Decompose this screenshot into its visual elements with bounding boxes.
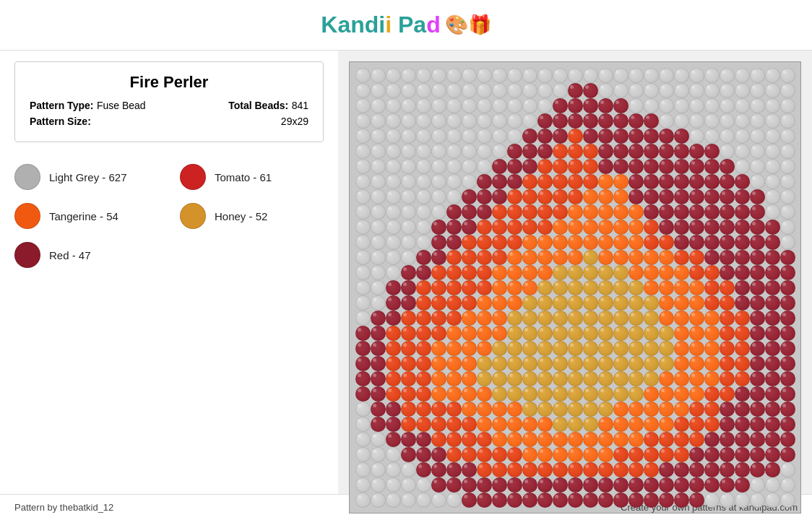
bead-cell <box>598 83 613 98</box>
bead-cell <box>780 174 795 189</box>
bead-cell <box>386 174 401 189</box>
bead-cell <box>416 204 431 220</box>
bead-cell <box>750 280 765 295</box>
bead-cell <box>355 174 371 189</box>
bead-cell <box>416 144 431 159</box>
bead-cell <box>780 402 795 417</box>
bead-cell <box>659 280 674 295</box>
bead-cell <box>431 280 446 295</box>
bead-cell <box>674 174 689 189</box>
bead-cell <box>446 129 462 144</box>
bead-cell <box>720 250 735 265</box>
bead-cell <box>629 129 644 144</box>
bead-cell <box>659 204 674 220</box>
bead-cell <box>371 295 386 311</box>
bead-cell <box>704 174 720 189</box>
bead-cell <box>355 341 371 356</box>
color-name-1: Tomato - 61 <box>215 171 272 183</box>
bead-cell <box>431 462 446 477</box>
bead-cell <box>492 113 507 129</box>
bead-cell <box>477 432 492 447</box>
bead-cell <box>507 432 522 447</box>
bead-cell <box>477 402 492 417</box>
bead-cell <box>522 341 537 356</box>
bead-cell <box>780 447 795 462</box>
bead-cell <box>780 326 795 341</box>
bead-cell <box>507 98 522 113</box>
bead-cell <box>689 159 704 174</box>
bead-cell <box>568 204 583 220</box>
bead-cell <box>568 493 583 508</box>
bead-cell <box>659 371 674 386</box>
bead-cell <box>629 68 644 83</box>
bead-cell <box>613 144 629 159</box>
bead-cell <box>598 280 613 295</box>
bead-cell <box>401 356 416 371</box>
bead-cell <box>477 447 492 462</box>
bead-cell <box>765 326 780 341</box>
bead-cell <box>401 462 416 477</box>
bead-cell <box>735 159 750 174</box>
bead-cell <box>446 204 462 220</box>
bead-cell <box>537 477 553 493</box>
bead-cell <box>765 220 780 235</box>
bead-cell <box>750 417 765 432</box>
bead-cell <box>371 204 386 220</box>
bead-cell <box>355 311 371 326</box>
bead-cell <box>416 250 431 265</box>
bead-cell <box>598 98 613 113</box>
bead-cell <box>659 220 674 235</box>
bead-cell <box>689 371 704 386</box>
bead-cell <box>583 417 598 432</box>
bead-cell <box>507 417 522 432</box>
bead-cell <box>689 204 704 220</box>
bead-cell <box>598 265 613 280</box>
bead-cell <box>674 356 689 371</box>
bead-cell <box>720 371 735 386</box>
bead-cell <box>431 447 446 462</box>
bead-cell <box>371 311 386 326</box>
bead-cell <box>537 432 553 447</box>
bead-cell <box>674 462 689 477</box>
bead-cell <box>735 280 750 295</box>
bead-cell <box>598 235 613 250</box>
bead-cell <box>644 447 659 462</box>
bead-cell <box>629 432 644 447</box>
bead-cell <box>583 432 598 447</box>
bead-cell <box>583 356 598 371</box>
bead-cell <box>371 129 386 144</box>
bead-cell <box>507 204 522 220</box>
bead-cell <box>537 83 553 98</box>
bead-cell <box>704 220 720 235</box>
bead-cell <box>659 83 674 98</box>
bead-cell <box>613 493 629 508</box>
bead-cell <box>401 250 416 265</box>
bead-cell <box>765 295 780 311</box>
bead-cell <box>674 144 689 159</box>
bead-cell <box>598 371 613 386</box>
bead-cell <box>492 68 507 83</box>
bead-cell <box>386 341 401 356</box>
bead-cell <box>704 477 720 493</box>
bead-cell <box>416 341 431 356</box>
bead-cell <box>553 204 568 220</box>
bead-cell <box>462 250 477 265</box>
bead-cell <box>446 235 462 250</box>
color-item-0: Light Grey - 627 <box>14 164 158 190</box>
bead-cell <box>477 295 492 311</box>
bead-cell <box>477 326 492 341</box>
bead-cell <box>613 311 629 326</box>
bead-cell <box>507 386 522 402</box>
bead-cell <box>750 447 765 462</box>
bead-cell <box>477 129 492 144</box>
bead-grid-container <box>349 61 801 514</box>
bead-cell <box>583 326 598 341</box>
bead-cell <box>522 386 537 402</box>
bead-cell <box>613 98 629 113</box>
bead-cell <box>704 447 720 462</box>
bead-cell <box>674 477 689 493</box>
bead-cell <box>553 129 568 144</box>
pattern-type-value: Fuse Bead <box>97 100 146 111</box>
bead-cell <box>735 204 750 220</box>
bead-cell <box>462 371 477 386</box>
